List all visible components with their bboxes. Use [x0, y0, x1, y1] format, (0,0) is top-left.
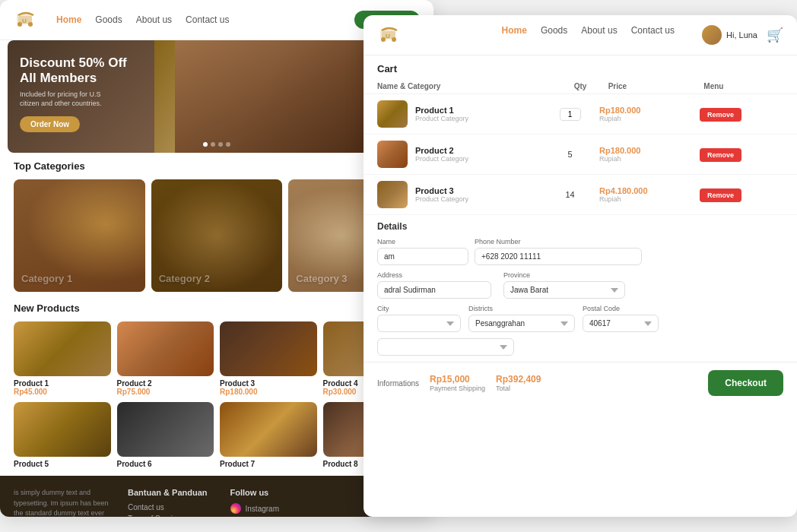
cart-nav-contact[interactable]: Contact us	[631, 25, 675, 45]
footer-columns: Bantuan & Panduan Contact us Term of Ser…	[128, 488, 279, 517]
details-title: Details	[377, 221, 783, 232]
cart-col-name: Name & Category	[377, 82, 552, 90]
cart-row-2: Product 2 Product Category 5 Rp180.000 R…	[364, 135, 797, 175]
additional-info-label: Informations	[377, 379, 419, 388]
product-item-3[interactable]: Product 3 Rp180.000	[220, 321, 317, 396]
cart-price-cur-1: Rupiah	[599, 115, 700, 122]
name-input[interactable]	[377, 248, 468, 265]
instagram-link[interactable]: Instagram	[230, 503, 279, 514]
cart-col-price: Price	[608, 82, 704, 90]
cart-col-menu: Menu	[703, 82, 783, 90]
product-price-2: Rp75.000	[117, 388, 214, 396]
shipping-details: Details Name Phone Number Address Pr	[364, 215, 797, 362]
checkout-button[interactable]: Checkout	[708, 370, 783, 396]
cart-item-name-1: Product 1	[415, 106, 541, 115]
product-item-6[interactable]: Product 6	[117, 402, 214, 468]
bantuan-link-0[interactable]: Contact us	[128, 503, 208, 511]
product-price-3: Rp180.000	[220, 388, 317, 396]
postal-group: Postal Code 40617	[583, 305, 659, 332]
cart-remove-3[interactable]: Remove	[700, 187, 783, 202]
cart-item-qty-3[interactable]: 14	[541, 190, 599, 199]
district-postal-group: City Districts Pesanggrahan Postal Code	[377, 305, 783, 332]
cart-navbar: U Home Goods About us Contact us Hi, Lun…	[364, 15, 797, 55]
shipping-value: Rp15,000	[430, 374, 485, 385]
address-input[interactable]	[377, 281, 491, 299]
cart-section-title: Cart	[364, 55, 797, 79]
informations-label: Informations	[377, 379, 419, 388]
phone-input[interactable]	[475, 248, 642, 265]
dot-4[interactable]	[226, 142, 230, 147]
bantuan-link-1[interactable]: Term of Service	[128, 515, 208, 517]
additional-select[interactable]	[377, 338, 514, 356]
cart-logo-icon[interactable]: U	[377, 23, 402, 47]
dot-3[interactable]	[218, 142, 223, 147]
instagram-icon	[230, 503, 241, 514]
shipping-label: Payment Shipping	[430, 385, 485, 392]
footer-col-follow: Follow us Instagram Youtube	[230, 488, 279, 517]
dot-1[interactable]	[203, 142, 208, 147]
details-form: Name Phone Number Address Province	[377, 238, 783, 356]
province-group: Province Jawa Barat	[503, 271, 625, 299]
total-summary: Rp392,409 Total	[496, 374, 541, 392]
nav-home[interactable]: Home	[56, 14, 81, 25]
categories-title: Top Categories	[14, 160, 85, 172]
districts-group: Districts Pesanggrahan	[468, 305, 575, 332]
cart-item-cat-3: Product Category	[415, 195, 541, 203]
cart-thumb-3	[377, 181, 408, 208]
province-label: Province	[503, 271, 625, 279]
nav-contact[interactable]: Contact us	[186, 14, 229, 25]
product-name-6: Product 6	[117, 460, 214, 468]
cart-user: Hi, Luna 🛒	[702, 25, 783, 45]
qty-display-3: 14	[565, 190, 574, 199]
cart-table-header: Name & Category Qty Price Menu	[364, 79, 797, 94]
dot-2[interactable]	[211, 142, 215, 147]
categories-header: Top Categories See All	[14, 160, 420, 172]
cart-item-qty-1[interactable]	[541, 108, 599, 121]
cart-item-name-2: Product 2	[415, 146, 541, 155]
hero-content: Discount 50% OffAll Members Included for…	[20, 55, 127, 132]
category-item-1[interactable]: Category 1	[14, 179, 145, 292]
cart-basket-icon[interactable]: 🛒	[767, 27, 783, 43]
city-select[interactable]	[377, 315, 461, 332]
cart-item-qty-2[interactable]: 5	[541, 150, 599, 159]
province-select[interactable]: Jawa Barat	[503, 281, 625, 299]
follow-title: Follow us	[230, 488, 279, 497]
cart-price-val-1: Rp180.000	[599, 106, 700, 115]
product-name-3: Product 3	[220, 379, 317, 388]
cart-price-val-2: Rp180.000	[599, 146, 700, 155]
postal-select[interactable]: 40617	[583, 315, 659, 332]
cart-nav-home[interactable]: Home	[502, 25, 527, 45]
cart-item-cat-2: Product Category	[415, 155, 541, 163]
product-item-1[interactable]: Product 1 Rp45.000	[14, 321, 111, 396]
product-item-2[interactable]: Product 2 Rp75.000	[117, 321, 214, 396]
order-now-button[interactable]: Order Now	[20, 116, 80, 132]
city-group: City	[377, 305, 461, 332]
total-label: Total	[496, 385, 541, 392]
category-item-2[interactable]: Category 2	[151, 179, 283, 292]
cart-remove-1[interactable]: Remove	[700, 106, 783, 122]
cart-nav-goods[interactable]: Goods	[541, 25, 567, 45]
shipping-summary: Rp15,000 Payment Shipping	[430, 374, 485, 392]
cart-remove-2[interactable]: Remove	[700, 147, 783, 162]
product-name-1: Product 1	[14, 379, 111, 388]
product-item-5[interactable]: Product 5	[14, 402, 111, 468]
remove-button-1[interactable]: Remove	[700, 108, 741, 122]
cart-nav-about[interactable]: About us	[581, 25, 617, 45]
cart-thumb-1	[377, 100, 408, 128]
product-item-7[interactable]: Product 7	[220, 402, 317, 468]
cart-item-price-2: Rp180.000 Rupiah	[599, 146, 700, 163]
districts-select[interactable]: Pesanggrahan	[468, 315, 575, 332]
cart-item-price-1: Rp180.000 Rupiah	[599, 106, 700, 122]
cart-thumb-2	[377, 141, 408, 168]
name-group: Name	[377, 238, 468, 265]
product-name-5: Product 5	[14, 460, 111, 468]
cart-price-cur-3: Rupiah	[599, 195, 700, 203]
address-label: Address	[377, 271, 491, 279]
remove-button-3[interactable]: Remove	[700, 188, 741, 202]
nav-about[interactable]: About us	[136, 14, 172, 25]
remove-button-2[interactable]: Remove	[700, 148, 741, 162]
nav-goods[interactable]: Goods	[95, 14, 122, 25]
logo-icon[interactable]: U	[14, 8, 38, 32]
phone-label: Phone Number	[475, 238, 642, 245]
qty-input-1[interactable]	[560, 108, 581, 121]
